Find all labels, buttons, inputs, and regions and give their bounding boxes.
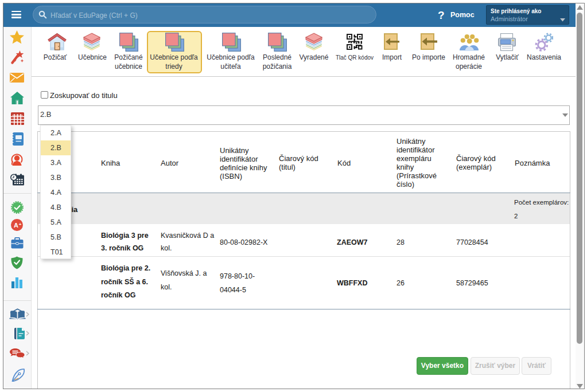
svg-text:A: A: [14, 222, 18, 229]
svg-text:+: +: [19, 222, 22, 227]
